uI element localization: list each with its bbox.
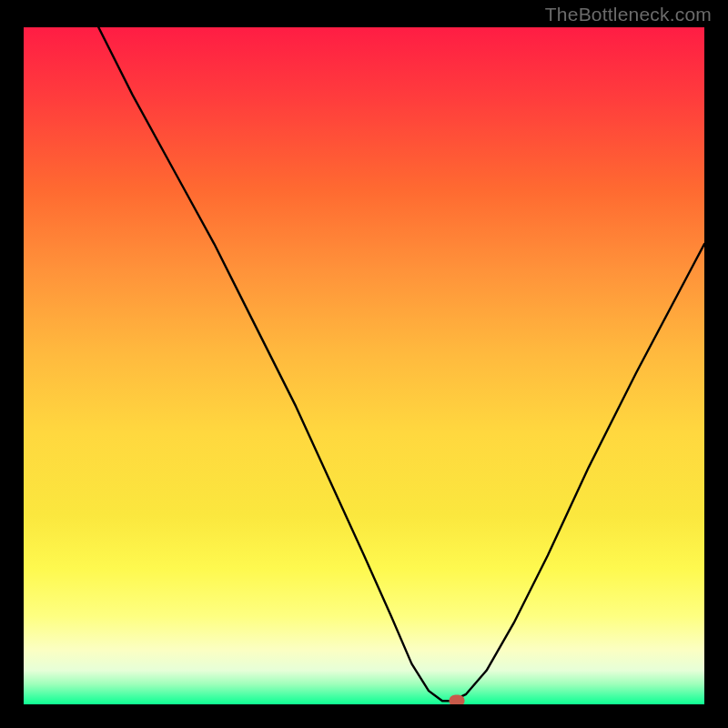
bottleneck-curve: [24, 27, 704, 704]
plot-area: [24, 27, 704, 704]
optimum-marker: [450, 694, 465, 704]
curve-path: [98, 27, 704, 701]
watermark-text: TheBottleneck.com: [545, 4, 712, 25]
chart-frame: TheBottleneck.com: [0, 0, 728, 728]
